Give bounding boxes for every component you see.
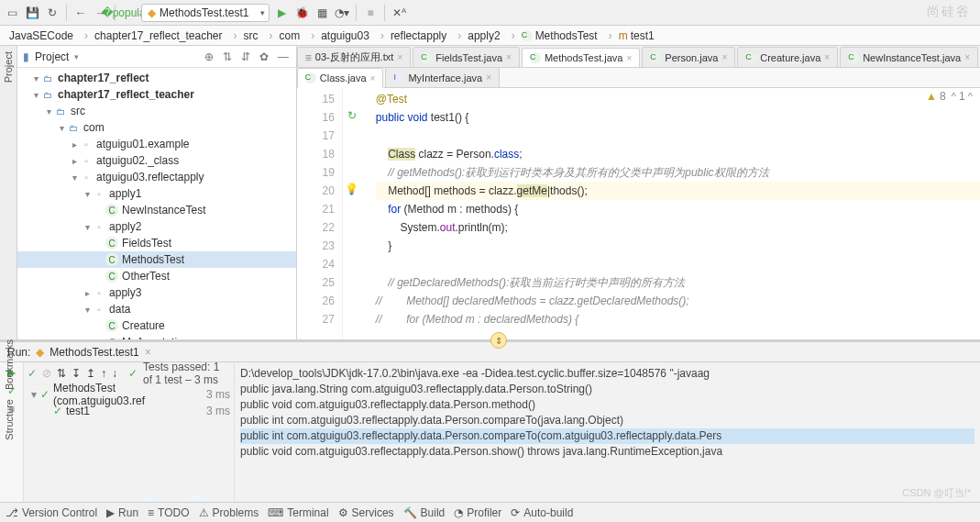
console-output[interactable]: D:\develop_tools\JDK\jdk-17.0.2\bin\java… xyxy=(235,362,980,520)
debug-icon[interactable]: 🐞 xyxy=(293,5,310,21)
breadcrumb-item[interactable]: com xyxy=(265,29,303,42)
inspection-widget[interactable]: ▲ 8 ^ 1 ^ xyxy=(926,90,973,103)
status-bar-item[interactable]: ▶Run xyxy=(106,506,138,519)
profile-icon[interactable]: ◔▾ xyxy=(334,5,350,21)
breadcrumb-item[interactable]: atguigu03 xyxy=(307,29,373,42)
editor-tab[interactable]: C FieldsTest.java × xyxy=(413,47,520,67)
tree-node[interactable]: ▾▫apply1 xyxy=(17,185,296,202)
editor-pane: ≡ 03-反射的应用.txt ×C FieldsTest.java ×C Met… xyxy=(297,46,980,339)
prev-icon[interactable]: ↑ xyxy=(101,367,106,380)
expand-icon[interactable]: ⇅ xyxy=(223,50,236,63)
status-bar-item[interactable]: ⟳Auto-build xyxy=(511,506,573,519)
collapse2-icon[interactable]: ↥ xyxy=(86,367,95,380)
project-tool-tab[interactable]: Project xyxy=(3,51,14,83)
tree-node[interactable]: ▾▫atguigu03.reflectapply xyxy=(17,169,296,185)
close-tab-icon[interactable]: × xyxy=(370,73,376,83)
hide-icon[interactable]: — xyxy=(278,50,291,63)
tree-node[interactable]: ▾🗀src xyxy=(17,103,296,119)
next-icon[interactable]: ↓ xyxy=(112,367,117,380)
main-toolbar: ▭ 💾 ↻ ← → �populace ◆ MethodsTest.test1 … xyxy=(0,0,980,26)
pass-filter-icon[interactable]: ✓ xyxy=(28,367,37,380)
open-icon[interactable]: ▭ xyxy=(4,5,20,21)
tree-node[interactable]: ▸▫atguigu02._class xyxy=(17,152,296,169)
breadcrumb-item[interactable]: CMethodsTest xyxy=(508,29,601,42)
editor-tab[interactable]: ≡ 03-反射的应用.txt × xyxy=(297,47,411,67)
tree-node[interactable]: CMethodsTest xyxy=(17,251,296,268)
editor-tab[interactable]: C NewInstanceTest.java × xyxy=(840,47,978,67)
status-bar-item[interactable]: ≡TODO xyxy=(148,506,189,519)
console-line: public int com.atguigu03.reflectapply.da… xyxy=(240,413,974,428)
breadcrumb-item[interactable]: reflectapply xyxy=(377,29,450,42)
editor-tabs-row2: C Class.java ×I MyInterface.java × xyxy=(297,68,980,88)
status-bar-item[interactable]: ⎇Version Control xyxy=(6,506,97,519)
run-config-selector[interactable]: ◆ MethodsTest.test1 xyxy=(141,4,270,22)
status-bar-item[interactable]: ◔Profiler xyxy=(454,506,501,519)
console-line: public void com.atguigu03.reflectapply.d… xyxy=(240,397,974,413)
run-icon[interactable]: ▶ xyxy=(273,5,290,21)
editor-tab[interactable]: C Class.java × xyxy=(297,68,384,88)
tree-node[interactable]: CCreature xyxy=(17,317,296,334)
tree-node[interactable]: ▾▫apply2 xyxy=(17,218,296,235)
run-title: MethodsTest.test1 xyxy=(50,346,138,359)
breadcrumb-item[interactable]: chapter17_reflect_teacher xyxy=(81,29,226,42)
breadcrumb-item[interactable]: apply2 xyxy=(454,29,503,42)
save-icon[interactable]: 💾 xyxy=(24,5,40,21)
close-tab-icon[interactable]: × xyxy=(824,52,830,62)
run-tool-window: Run: ◆ MethodsTest.test1 × ▶ ✓ ■ ✓ ⊘ ⇅ ↧… xyxy=(0,341,980,520)
test-node[interactable]: ▾✓MethodsTest (com.atguigu03.ref3 ms xyxy=(28,386,230,403)
test-node[interactable]: ✓test13 ms xyxy=(28,403,230,419)
console-line: public void com.atguigu03.reflectapply.d… xyxy=(240,444,974,460)
tree-node[interactable]: CFieldsTest xyxy=(17,235,296,251)
tree-node[interactable]: ▾🗀chapter17_reflect xyxy=(17,70,296,86)
project-tree[interactable]: ▾🗀chapter17_reflect▾🗀chapter17_reflect_t… xyxy=(17,68,296,339)
status-bar-item[interactable]: ⚙Services xyxy=(338,506,394,519)
watermark2: CSDN @叮当!* xyxy=(902,486,971,500)
collapse-icon[interactable]: ⇵ xyxy=(241,50,254,63)
code-editor[interactable]: 15161718192021222324252627 ↻💡 @Testpubli… xyxy=(297,88,980,339)
coverage-icon[interactable]: ▦ xyxy=(314,5,330,21)
status-bar-item[interactable]: ⚠Problems xyxy=(199,506,259,519)
status-bar-item[interactable]: 🔨Build xyxy=(403,506,446,519)
test-tree[interactable]: ▾✓MethodsTest (com.atguigu03.ref3 ms✓tes… xyxy=(24,384,234,520)
tree-node[interactable]: CNewInstanceTest xyxy=(17,202,296,218)
settings-icon[interactable]: ✿ xyxy=(259,50,272,63)
status-bar-item[interactable]: ⌨Terminal xyxy=(268,506,328,519)
run-config-label: MethodsTest.test1 xyxy=(160,6,248,19)
translate-icon[interactable]: ✕ᴬ xyxy=(391,5,407,21)
tree-node[interactable]: ▸▫apply3 xyxy=(17,284,296,301)
fail-filter-icon[interactable]: ⊘ xyxy=(42,367,51,380)
left-tool-strip: Project xyxy=(0,46,17,339)
back-icon[interactable]: ← xyxy=(72,5,89,21)
sync-icon[interactable]: ↻ xyxy=(44,5,61,21)
close-run-tab-icon[interactable]: × xyxy=(145,346,151,359)
tree-node[interactable]: ▸▫atguigu01.example xyxy=(17,136,296,152)
tree-node[interactable]: ▾🗀com xyxy=(17,119,296,136)
editor-tab[interactable]: C Person.java × xyxy=(642,47,735,67)
bookmarks-tool-tab[interactable]: Bookmarks xyxy=(4,339,15,390)
close-tab-icon[interactable]: × xyxy=(486,72,491,83)
expand2-icon[interactable]: ↧ xyxy=(72,367,81,380)
resize-handle-icon[interactable]: ⇕ xyxy=(490,332,507,349)
tree-node[interactable]: COtherTest xyxy=(17,268,296,284)
editor-tab[interactable]: C MethodsTest.java × xyxy=(522,48,640,68)
close-tab-icon[interactable]: × xyxy=(964,52,970,62)
stop-icon[interactable]: ■ xyxy=(362,5,379,21)
close-tab-icon[interactable]: × xyxy=(506,52,512,62)
tree-node[interactable]: ▾🗀chapter17_reflect_teacher xyxy=(17,86,296,103)
close-tab-icon[interactable]: × xyxy=(626,53,632,63)
breadcrumb-item[interactable]: src xyxy=(229,29,261,42)
close-tab-icon[interactable]: × xyxy=(721,52,727,62)
editor-tab[interactable]: I MyInterface.java × xyxy=(385,67,500,87)
project-pane: ▮ Project ▾ ⊕ ⇅ ⇵ ✿ — ▾🗀chapter17_reflec… xyxy=(17,46,297,339)
sort-icon[interactable]: ⇅ xyxy=(57,367,66,380)
console-line: public int com.atguigu03.reflectapply.da… xyxy=(240,428,974,444)
structure-tool-tab[interactable]: Structure xyxy=(4,399,15,440)
close-tab-icon[interactable]: × xyxy=(397,52,402,62)
breadcrumb-item[interactable]: mtest1 xyxy=(605,29,658,42)
editor-tab[interactable]: C Creature.java × xyxy=(737,47,838,67)
tree-node[interactable]: ▾▫data xyxy=(17,301,296,317)
build-icon[interactable]: �populace xyxy=(121,5,138,21)
select-opened-icon[interactable]: ⊕ xyxy=(204,50,217,63)
status-bar: ⎇Version Control▶Run≡TODO⚠Problems⌨Termi… xyxy=(0,502,980,522)
breadcrumb-item[interactable]: JavaSECode xyxy=(6,29,77,42)
